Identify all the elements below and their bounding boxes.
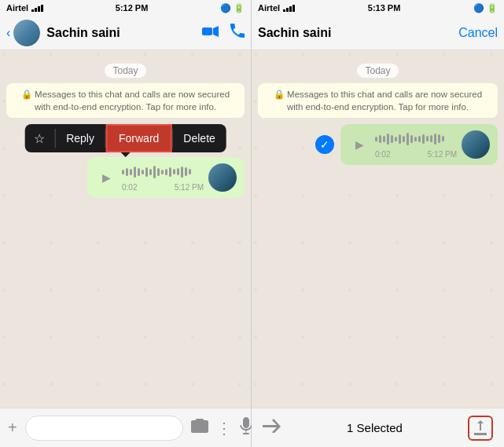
svg-rect-0 xyxy=(202,27,212,35)
mic-icon-left[interactable] xyxy=(240,417,252,438)
dots-icon-left[interactable]: ⋮ xyxy=(216,419,232,438)
bottom-bar-left: + ⋮ xyxy=(0,408,251,447)
forward-button[interactable]: Forward xyxy=(106,124,171,152)
waveform-bars xyxy=(122,164,204,180)
rbar1 xyxy=(283,9,285,12)
chat-body-right: Today 🔒 Messages to this chat and calls … xyxy=(252,50,504,408)
audio-thumb-image-right xyxy=(462,130,490,159)
bar2 xyxy=(35,8,37,12)
encryption-text-right: 🔒 Messages to this chat and calls are no… xyxy=(274,90,482,112)
header-icons-left xyxy=(202,24,245,42)
encryption-notice-left[interactable]: 🔒 Messages to this chat and calls are no… xyxy=(6,83,245,118)
contact-name-right: Sachin saini xyxy=(258,26,458,40)
left-carrier-info: Airtel xyxy=(6,3,43,13)
right-status-bar: Airtel 5:13 PM 🔵 🔋 xyxy=(252,0,504,16)
rwbar xyxy=(387,134,389,145)
wbar xyxy=(130,169,132,175)
rwbar xyxy=(379,135,381,143)
wbar xyxy=(149,169,152,175)
audio-message-bubble-left[interactable]: ▶ xyxy=(87,157,245,198)
left-time: 5:12 PM xyxy=(116,3,149,13)
left-carrier: Airtel xyxy=(6,3,28,13)
svg-marker-1 xyxy=(213,26,219,37)
rwbar xyxy=(426,136,429,141)
bluetooth-icon-right: 🔵 xyxy=(473,3,484,13)
rwbar xyxy=(391,135,393,143)
wbar xyxy=(161,170,164,174)
avatar-image-left xyxy=(13,20,40,46)
audio-message-right: ▶ xyxy=(348,130,490,159)
waveform-right: 0:02 5:12 PM xyxy=(375,131,457,159)
rbar4 xyxy=(292,5,295,12)
wbar xyxy=(177,168,179,175)
reply-button[interactable]: Reply xyxy=(55,126,105,151)
right-carrier-info: Airtel xyxy=(258,3,295,13)
audio-duration-right: 0:02 xyxy=(375,150,390,159)
wbar xyxy=(126,168,128,176)
battery-icon-left: 🔋 xyxy=(234,3,245,13)
bottom-bar-right: 1 Selected xyxy=(252,408,504,447)
encryption-notice-right[interactable]: 🔒 Messages to this chat and calls are no… xyxy=(258,83,498,118)
context-menu: ☆ Reply Forward Delete xyxy=(24,124,226,152)
wbar xyxy=(181,167,183,178)
audio-duration-left: 0:02 xyxy=(122,183,137,192)
play-button-left[interactable]: ▶ xyxy=(95,167,117,189)
play-button-right[interactable]: ▶ xyxy=(348,134,370,156)
cancel-button[interactable]: Cancel xyxy=(458,26,498,40)
wbar xyxy=(138,168,140,176)
selected-check[interactable]: ✓ xyxy=(315,135,334,154)
rwbar xyxy=(434,134,436,145)
rwbar xyxy=(442,136,444,141)
date-badge-left: Today xyxy=(6,63,245,77)
camera-icon-left[interactable] xyxy=(191,419,208,437)
selected-count: 1 Selected xyxy=(281,421,468,434)
rwbar xyxy=(430,135,432,142)
contact-name-left[interactable]: Sachin saini xyxy=(46,26,202,40)
waveform-left: 0:02 5:12 PM xyxy=(122,164,204,192)
delete-button[interactable]: Delete xyxy=(172,126,226,151)
date-label-right: Today xyxy=(357,64,398,78)
audio-thumb-image-left xyxy=(208,163,237,192)
bar4 xyxy=(41,5,43,12)
message-row-left: ☆ Reply Forward Delete ▶ xyxy=(6,157,245,198)
wbar xyxy=(165,169,167,175)
rwbar xyxy=(399,134,401,144)
rwbar xyxy=(410,135,413,143)
wbar xyxy=(145,167,148,177)
audio-message-bubble-right[interactable]: ▶ xyxy=(340,124,498,165)
phone-call-icon[interactable] xyxy=(230,24,245,42)
right-status-right: 🔵 🔋 xyxy=(473,3,498,13)
wbar xyxy=(189,169,191,174)
add-icon-left[interactable]: + xyxy=(8,419,17,437)
back-button-left[interactable]: ‹ xyxy=(6,26,10,40)
bar1 xyxy=(31,9,34,12)
message-input-left[interactable] xyxy=(25,416,183,441)
waveform-bars-right xyxy=(375,131,457,147)
rwbar xyxy=(395,137,397,141)
right-panel: Airtel 5:13 PM 🔵 🔋 Sachin saini Cancel T… xyxy=(252,0,504,447)
rbar3 xyxy=(289,6,292,12)
rwbar xyxy=(438,134,440,143)
chat-body-left: Today 🔒 Messages to this chat and calls … xyxy=(0,50,251,408)
date-badge-right: Today xyxy=(258,63,498,77)
right-carrier: Airtel xyxy=(258,3,280,13)
wbar xyxy=(169,167,171,177)
avatar-left xyxy=(13,20,40,46)
left-signal-bars xyxy=(31,5,43,12)
wbar xyxy=(134,167,136,178)
battery-icon-right: 🔋 xyxy=(487,3,498,13)
rwbar xyxy=(383,136,385,142)
encryption-text-left: 🔒 Messages to this chat and calls are no… xyxy=(21,90,230,112)
wbar xyxy=(122,170,124,174)
rwbar xyxy=(422,134,425,144)
forward-icon-button[interactable] xyxy=(263,419,281,437)
right-chat-header: Sachin saini Cancel xyxy=(252,16,504,50)
wbar xyxy=(173,169,175,174)
wbar xyxy=(185,167,187,176)
video-call-icon[interactable] xyxy=(202,24,219,41)
rwbar xyxy=(375,137,377,141)
share-button[interactable] xyxy=(468,416,493,441)
bluetooth-icon-left: 🔵 xyxy=(220,3,231,13)
rwbar xyxy=(414,137,417,141)
star-button[interactable]: ☆ xyxy=(24,125,54,152)
